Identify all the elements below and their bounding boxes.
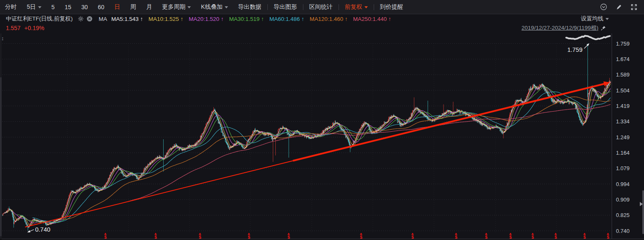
candle-body <box>212 112 212 112</box>
toolbar-item-weekly[interactable]: 周 <box>130 3 136 11</box>
dividend-marker-glyph[interactable]: $ <box>248 235 250 240</box>
candle-body <box>26 224 26 225</box>
dividend-marker-glyph[interactable]: $ <box>485 235 487 240</box>
dividend-marker-glyph[interactable]: $ <box>104 235 107 240</box>
candle-body <box>568 99 568 100</box>
brush-icon[interactable] <box>616 4 622 10</box>
toolbar-item-adjustment[interactable]: 前复权 <box>345 3 368 11</box>
candle-body <box>218 120 218 123</box>
ma-line-ma120 <box>63 97 611 220</box>
candle-body <box>575 105 576 109</box>
candle-body <box>576 106 576 109</box>
candle-body <box>208 120 209 121</box>
candle-body <box>384 122 384 124</box>
dividend-marker-glyph[interactable]: $ <box>360 235 362 240</box>
dividend-marker-glyph[interactable]: $ <box>583 235 586 240</box>
candle-body <box>242 146 242 147</box>
candle-body <box>49 223 50 224</box>
toolbar-item-minute[interactable]: 分时 <box>5 3 17 11</box>
kline-chart[interactable]: 1.7591.6741.5891.5041.4191.3341.2491.164… <box>0 0 644 240</box>
candle-body <box>108 179 109 179</box>
toolbar-item-m15[interactable]: 15 <box>65 4 72 10</box>
candle-body <box>572 104 572 105</box>
ma-settings-button[interactable]: 设置均线 <box>581 15 644 23</box>
gear-icon[interactable] <box>78 16 84 22</box>
toolbar-item-kline-overlay[interactable]: K线叠加 <box>201 3 228 11</box>
dividend-marker-glyph[interactable]: $ <box>509 235 512 240</box>
candle-body <box>168 150 169 151</box>
range-wrap: 2019/12/27-2024/12/9(1199根) <box>521 24 644 32</box>
candle-body <box>446 110 447 111</box>
candle-body <box>63 214 63 215</box>
candle-body <box>221 127 221 128</box>
toolbar-item-more-periods[interactable]: 更多周期 <box>162 3 191 11</box>
candle-body <box>335 121 336 123</box>
dividend-marker-glyph[interactable]: $ <box>199 235 201 240</box>
y-axis-resize-handle[interactable]: ↕ <box>1 35 4 41</box>
dividend-marker-glyph[interactable]: $ <box>455 235 457 240</box>
fullscreen-icon[interactable] <box>631 4 637 10</box>
pin-icon[interactable] <box>600 26 606 31</box>
toolbar-item-daily[interactable]: 日 <box>114 3 120 11</box>
toolbar-item-range-stats[interactable]: 区间统计 <box>309 3 333 11</box>
toolbar-item-export-data[interactable]: 导出数据 <box>238 3 262 11</box>
candle-body <box>596 94 596 95</box>
toolbar-item-m30[interactable]: 30 <box>81 4 88 10</box>
dividend-marker-glyph[interactable]: $ <box>154 235 157 240</box>
candle-body <box>148 164 148 165</box>
candle-body <box>350 148 351 148</box>
candle-body <box>113 169 113 170</box>
candle-body <box>46 225 46 225</box>
candle-body <box>116 167 117 168</box>
candle-body <box>4 212 5 213</box>
candle-body <box>226 143 227 144</box>
candle-body <box>75 193 75 194</box>
candle-body <box>64 212 64 212</box>
trendline-drawing[interactable] <box>25 161 293 227</box>
candle-body <box>3 213 4 214</box>
candle-body <box>545 89 545 90</box>
dividend-marker-glyph[interactable]: $ <box>607 235 609 240</box>
candle-body <box>507 123 507 125</box>
candle-body <box>173 146 173 147</box>
candle-body <box>54 221 54 221</box>
candle-body <box>18 218 18 219</box>
candle-body <box>228 148 229 148</box>
candle-body <box>83 187 83 188</box>
candle-body <box>250 137 251 137</box>
toolbar-item-m5[interactable]: 5 <box>51 4 55 10</box>
dividend-marker-glyph[interactable]: $ <box>531 235 534 240</box>
right-scrollbar-thumb[interactable] <box>642 190 644 234</box>
candle-body <box>379 128 379 128</box>
toolbar-right-icons <box>600 3 644 10</box>
candle-body <box>144 168 145 169</box>
candle-body <box>66 205 67 206</box>
date-range-link[interactable]: 2019/12/27-2024/12/9(1199根) <box>521 24 598 32</box>
left-scrollbar-thumb[interactable] <box>0 77 2 236</box>
y-axis-label: 1.249 <box>616 134 630 140</box>
candle-body <box>237 141 238 142</box>
candle-body <box>137 178 138 179</box>
candle-body <box>579 117 580 120</box>
toolbar-item-price-alert[interactable]: 到价提醒 <box>380 3 403 11</box>
dividend-marker-glyph[interactable]: $ <box>554 235 557 240</box>
candle-body <box>392 115 392 117</box>
axis-collapse-handle[interactable] <box>640 202 643 206</box>
candle-body <box>271 137 272 139</box>
dividend-marker-glyph[interactable]: $ <box>287 235 290 240</box>
toolbar-item-export-image[interactable]: 导出图形 <box>274 3 297 11</box>
candle-body <box>597 94 597 96</box>
annotation-arrowhead <box>27 230 30 232</box>
close-icon[interactable] <box>87 16 92 22</box>
candle-body <box>309 138 309 138</box>
candle-body <box>359 129 359 132</box>
collapse-circle-icon[interactable] <box>600 3 607 10</box>
candle-body <box>289 135 290 135</box>
toolbar-item-m60[interactable]: 60 <box>98 4 105 10</box>
toolbar-item-5day[interactable]: 5日 <box>27 3 41 11</box>
candle-body <box>223 135 224 135</box>
dividend-marker-glyph[interactable]: $ <box>411 235 414 240</box>
toolbar-item-monthly[interactable]: 月 <box>146 3 152 11</box>
candle-body <box>342 130 343 131</box>
trendline-drawing[interactable] <box>293 83 607 161</box>
